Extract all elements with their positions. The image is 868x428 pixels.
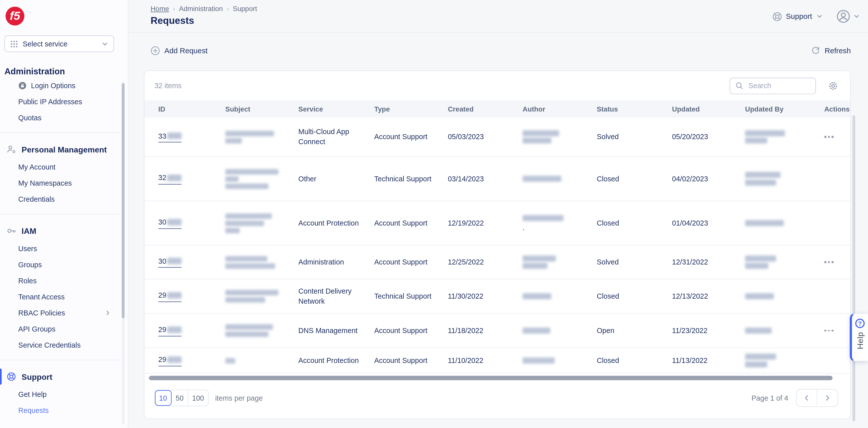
cell-actions	[824, 136, 852, 138]
table-row: 30 Account ProtectionAccount Support12/1…	[145, 201, 850, 246]
redacted-text	[523, 255, 556, 261]
cell-actions	[824, 261, 852, 263]
search-input[interactable]	[747, 81, 811, 90]
breadcrumb-home[interactable]: Home	[151, 5, 169, 13]
sidebar-item-groups[interactable]: Groups	[0, 257, 120, 273]
add-request-button[interactable]: Add Request	[151, 46, 208, 56]
redacted-text	[523, 293, 551, 299]
redacted-text	[523, 215, 563, 221]
requests-table-card: 32 items IDSubjectServiceTypeCreatedAuth…	[144, 70, 851, 419]
cell-updated-by	[745, 129, 824, 145]
cell-service: Account Protection	[298, 356, 374, 366]
search-box	[730, 77, 816, 94]
sidebar-item-users[interactable]: Users	[0, 240, 120, 257]
cell-id: 29	[158, 355, 225, 366]
next-page-button[interactable]	[817, 390, 838, 406]
sidebar-item-public-ip-addresses[interactable]: Public IP Addresses	[0, 94, 120, 110]
redacted-text	[167, 175, 182, 181]
cell-updated-by	[745, 292, 824, 301]
redacted-text	[225, 220, 264, 226]
table-settings-button[interactable]	[828, 81, 838, 91]
f5-logo[interactable]: f5	[5, 6, 24, 25]
sidebar-item-quotas[interactable]: Quotas	[0, 110, 120, 126]
row-actions-menu[interactable]	[824, 261, 845, 263]
cell-type: Technical Support	[374, 174, 448, 183]
table-row: 30 AdministrationAccount Support12/25/20…	[145, 246, 850, 280]
page-scrollbar-thumb[interactable]	[852, 115, 855, 421]
horizontal-scrollbar-thumb[interactable]	[149, 376, 833, 380]
sidebar-section-iam[interactable]: IAM	[0, 221, 120, 240]
redacted-text	[225, 169, 278, 174]
redacted-text	[745, 354, 776, 360]
request-id-link[interactable]: 30	[158, 256, 182, 268]
request-id-link[interactable]: 29	[158, 291, 182, 302]
breadcrumb-separator: ›	[173, 5, 175, 13]
sidebar-section-personal-management[interactable]: Personal Management	[0, 140, 120, 159]
redacted-text	[167, 356, 182, 363]
chevron-down-icon	[101, 40, 108, 48]
sidebar-item-roles[interactable]: Roles	[0, 273, 120, 289]
row-actions-menu[interactable]	[824, 136, 845, 138]
sidebar-item-my-namespaces[interactable]: My Namespaces	[0, 175, 120, 191]
sidebar-scrollbar[interactable]	[122, 82, 124, 425]
horizontal-scrollbar[interactable]	[149, 376, 843, 380]
sidebar-item-rbac-policies[interactable]: RBAC Policies	[0, 305, 120, 321]
refresh-button[interactable]: Refresh	[811, 46, 851, 56]
sidebar-item-requests[interactable]: Requests	[0, 402, 120, 419]
cell-created: 12/25/2022	[448, 257, 523, 267]
sidebar-service-title: Administration	[4, 66, 120, 77]
sidebar-item-tenant-access[interactable]: Tenant Access	[0, 289, 120, 305]
row-actions-menu[interactable]	[824, 330, 845, 332]
request-id-link[interactable]: 29	[158, 355, 182, 366]
redacted-text	[225, 213, 272, 219]
header-right: Support	[772, 0, 861, 33]
cell-updated: 01/04/2023	[672, 218, 745, 228]
chevron-right-icon	[823, 394, 831, 402]
breadcrumb: Home›Administration›Support	[151, 5, 257, 13]
sidebar-scrollbar-thumb[interactable]	[122, 83, 124, 318]
sidebar-section-support[interactable]: Support	[0, 367, 120, 386]
cell-created: 03/14/2023	[448, 174, 523, 183]
page-size-50[interactable]: 50	[172, 390, 188, 406]
page-size-100[interactable]: 100	[188, 390, 208, 406]
redacted-text	[745, 220, 784, 226]
add-request-label: Add Request	[164, 47, 208, 55]
account-menu[interactable]	[836, 9, 860, 23]
lock-icon	[18, 81, 27, 90]
cell-updated-by	[745, 171, 824, 187]
plus-circle-icon	[151, 46, 160, 56]
cell-status: Solved	[597, 132, 672, 142]
key-icon	[6, 226, 16, 236]
prev-page-button[interactable]	[797, 390, 817, 406]
sidebar-item-api-groups[interactable]: API Groups	[0, 321, 120, 337]
main-area: Home›Administration›Support Requests Sup…	[128, 0, 868, 428]
service-selector[interactable]: Select service	[4, 35, 114, 52]
redacted-text	[225, 256, 268, 261]
sidebar-item-service-credentials[interactable]: Service Credentials	[0, 337, 120, 353]
redacted-text	[523, 130, 559, 136]
cell-service: DNS Management	[298, 326, 374, 336]
sidebar-item-label: Users	[18, 245, 37, 253]
sidebar-item-my-account[interactable]: My Account	[0, 159, 120, 175]
page-size-10[interactable]: 10	[155, 390, 172, 406]
sidebar-item-login-options[interactable]: Login Options	[0, 78, 120, 94]
sidebar-item-get-help[interactable]: Get Help	[0, 386, 120, 402]
grid-icon	[10, 40, 18, 48]
active-section-indicator	[0, 369, 2, 384]
request-id-link[interactable]: 29	[158, 325, 182, 336]
redacted-text	[745, 293, 774, 299]
sidebar-divider	[0, 214, 120, 215]
sidebar-item-credentials[interactable]: Credentials	[0, 191, 120, 207]
redacted-text	[225, 263, 275, 268]
support-menu[interactable]: Support	[772, 11, 823, 21]
redacted-text	[225, 332, 269, 337]
help-tab[interactable]: ? Help	[850, 313, 868, 362]
pagination: 1050100 items per page Page 1 of 4	[145, 380, 850, 407]
help-tab-label: Help	[856, 332, 864, 349]
request-id-link[interactable]: 30	[158, 217, 182, 229]
request-id-link[interactable]: 33	[158, 131, 182, 142]
redacted-text	[167, 258, 182, 264]
request-id-link[interactable]: 32	[158, 173, 182, 184]
headset-icon	[6, 372, 16, 381]
sidebar-item-label: My Namespaces	[18, 179, 72, 188]
